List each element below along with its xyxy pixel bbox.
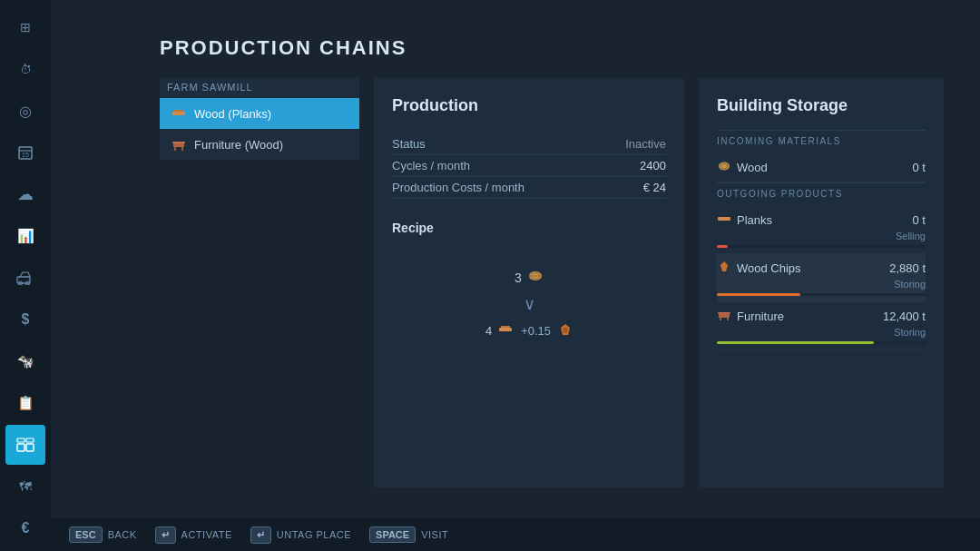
activate-label: ACTIVATE: [181, 529, 232, 540]
visit-label: VISIT: [421, 529, 448, 540]
svg-rect-6: [17, 444, 24, 451]
storage-item-furniture-status: Storing: [717, 327, 926, 338]
stat-costs: Production Costs / month € 24: [392, 177, 666, 199]
stat-cycles: Cycles / month 2400: [392, 155, 666, 177]
untag-label: UNTAG PLACE: [277, 529, 351, 540]
svg-rect-15: [172, 142, 185, 143]
chips-resource-icon: [558, 322, 573, 339]
woodchips-progress-bar: [717, 293, 800, 296]
chips-storage-icon: [717, 260, 731, 277]
sidebar-item-time[interactable]: ⏱: [5, 49, 45, 89]
storage-item-wood: Wood 0 t: [717, 153, 926, 182]
storage-item-planks-name: Planks: [717, 212, 772, 229]
stat-costs-label: Production Costs / month: [392, 181, 524, 194]
hotkey-visit: SPACE VISIT: [369, 526, 448, 543]
storage-item-woodchips-row: Wood Chips 2,880 t: [717, 260, 926, 277]
svg-rect-9: [26, 438, 34, 442]
wood-resource-icon: [527, 268, 544, 287]
svg-rect-10: [172, 112, 185, 115]
storage-title: Building Storage: [717, 96, 926, 115]
storage-item-planks-amount: 0 t: [913, 213, 926, 227]
plank-storage-icon: [717, 212, 731, 229]
sidebar: ⊞ ⏱ ◎ 15 ☁ 📊 $ 🐄 📋 🗺 €: [0, 0, 51, 551]
svg-rect-23: [718, 217, 730, 221]
sidebar-item-calendar[interactable]: 15: [5, 133, 45, 172]
stat-cycles-label: Cycles / month: [392, 159, 470, 172]
furniture-wood-icon: [171, 136, 187, 153]
production-title: Production: [392, 96, 666, 115]
storage-item-furniture-name: Furniture: [717, 308, 784, 325]
chain-item-furniture-wood[interactable]: Furniture (Wood): [160, 129, 359, 160]
wood-planks-icon: [171, 105, 187, 122]
sidebar-item-weather[interactable]: ☁: [5, 174, 45, 214]
storage-item-wood-amount: 0 t: [913, 161, 926, 174]
activate-key[interactable]: ↵: [155, 526, 176, 544]
svg-rect-7: [26, 444, 34, 451]
storage-item-planks-status: Selling: [717, 231, 926, 241]
sidebar-item-production[interactable]: [5, 425, 45, 465]
woodchips-progress-bar-container: [717, 293, 926, 296]
content-grid: FARM SAWMILL Wood (Planks) Furniture (Wo…: [160, 78, 944, 487]
svg-rect-27: [718, 312, 730, 314]
storage-item-furniture-amount: 12,400 t: [883, 310, 926, 323]
sidebar-item-animals[interactable]: 🐄: [5, 341, 45, 381]
sidebar-item-map[interactable]: 🗺: [5, 467, 45, 507]
untag-key[interactable]: ↵: [250, 526, 271, 544]
storage-item-woodchips-name: Wood Chips: [717, 260, 801, 277]
sidebar-item-steering[interactable]: ◎: [5, 91, 45, 131]
recipe-output: 4 +0.15: [485, 321, 573, 340]
recipe-output-amount: 4: [485, 324, 492, 338]
hotkey-activate: ↵ ACTIVATE: [155, 526, 232, 544]
svg-rect-25: [720, 318, 721, 320]
sidebar-item-contracts[interactable]: 📋: [5, 383, 45, 423]
planks-progress-bar: [717, 245, 728, 248]
farm-label: FARM SAWMILL: [160, 78, 359, 98]
recipe-input: 3: [514, 268, 544, 287]
production-panel: Production Status Inactive Cycles / mont…: [374, 78, 684, 487]
page-title: PRODUCTION CHAINS: [160, 36, 944, 60]
svg-text:15: 15: [22, 152, 29, 158]
chain-item-wood-planks[interactable]: Wood (Planks): [160, 98, 359, 129]
storage-item-woodchips-amount: 2,880 t: [889, 261, 926, 275]
furniture-progress-bar-container: [717, 341, 926, 344]
stat-costs-value: € 24: [643, 181, 666, 194]
outgoing-products-label: OUTGOING PRODUCTS: [717, 182, 926, 202]
recipe-input-amount: 3: [514, 271, 522, 285]
recipe-arrow-icon: ∨: [524, 294, 535, 314]
stat-status: Status Inactive: [392, 133, 666, 155]
storage-item-wood-row: Wood 0 t: [717, 159, 926, 176]
visit-key[interactable]: SPACE: [369, 526, 416, 543]
planks-progress-bar-container: [717, 245, 926, 248]
storage-item-woodchips: Wood Chips 2,880 t Storing: [717, 254, 926, 302]
stat-cycles-value: 2400: [640, 159, 666, 172]
sidebar-item-finance[interactable]: $: [5, 300, 45, 339]
esc-label: BACK: [108, 529, 137, 540]
stat-status-value: Inactive: [625, 137, 666, 151]
sidebar-item-euro[interactable]: €: [5, 508, 45, 548]
svg-rect-8: [17, 438, 24, 442]
sidebar-item-stats[interactable]: 📊: [5, 216, 45, 256]
left-panel: FARM SAWMILL Wood (Planks) Furniture (Wo…: [160, 78, 359, 487]
stat-status-label: Status: [392, 137, 426, 151]
svg-rect-20: [501, 326, 510, 328]
recipe-display: 3 ∨ 4: [392, 250, 666, 359]
storage-item-planks-row: Planks 0 t: [717, 212, 926, 229]
svg-rect-14: [181, 147, 183, 151]
hotkey-untag: ↵ UNTAG PLACE: [250, 526, 351, 544]
main-content: PRODUCTION CHAINS FARM SAWMILL Wood (Pla…: [51, 0, 980, 518]
incoming-materials-label: INCOMING MATERIALS: [717, 130, 926, 150]
chain-item-wood-planks-label: Wood (Planks): [194, 107, 271, 121]
hotkey-esc: ESC BACK: [69, 526, 137, 543]
svg-rect-26: [727, 318, 729, 320]
storage-item-furniture: Furniture 12,400 t Storing: [717, 302, 926, 350]
esc-key[interactable]: ESC: [69, 526, 103, 543]
storage-item-woodchips-status: Storing: [717, 279, 926, 290]
storage-item-planks: Planks 0 t Selling: [717, 206, 926, 254]
storage-item-furniture-row: Furniture 12,400 t: [717, 308, 926, 325]
storage-panel: Building Storage INCOMING MATERIALS Wood: [699, 78, 944, 487]
sidebar-item-overview[interactable]: ⊞: [5, 7, 45, 47]
furniture-storage-icon: [717, 308, 731, 325]
sidebar-item-vehicles[interactable]: [5, 258, 45, 298]
svg-rect-13: [174, 147, 176, 151]
svg-rect-19: [499, 328, 512, 331]
